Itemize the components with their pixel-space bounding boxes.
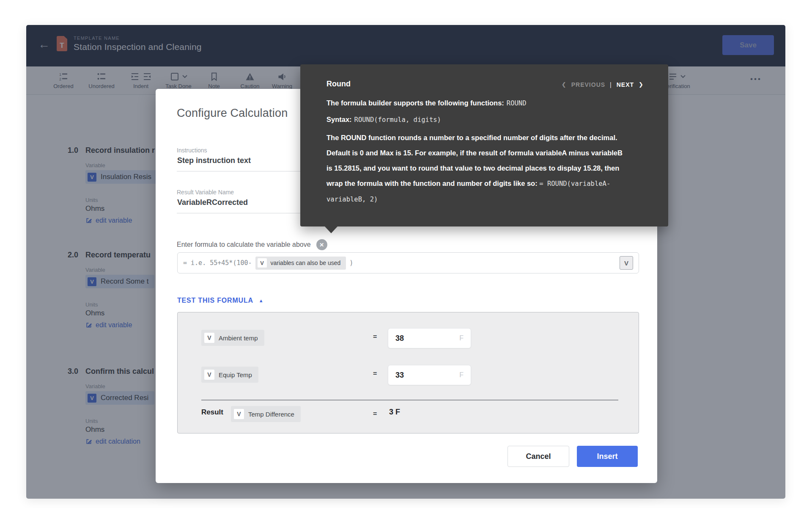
result-variable-label: Result Variable Name bbox=[177, 189, 234, 196]
result-variable-chip[interactable]: V Temp Difference bbox=[231, 406, 301, 422]
page: ← T TEMPLATE NAME Station Inspection and… bbox=[0, 0, 812, 508]
close-icon[interactable]: ✕ bbox=[316, 239, 327, 250]
formula-section-label: Enter formula to calculate the variable … bbox=[177, 239, 327, 250]
result-divider bbox=[201, 400, 618, 400]
insert-button[interactable]: Insert bbox=[577, 446, 638, 467]
chevron-right-icon[interactable]: ❯ bbox=[639, 81, 644, 88]
test-variable-chip[interactable]: V Ambient temp bbox=[201, 330, 264, 346]
next-button[interactable]: NEXT bbox=[617, 81, 634, 88]
variable-badge: V bbox=[234, 409, 244, 419]
previous-button[interactable]: PREVIOUS bbox=[571, 81, 605, 88]
cancel-button[interactable]: Cancel bbox=[508, 446, 569, 467]
equals-sign: = bbox=[373, 333, 377, 341]
tooltip-description: The ROUND function rounds a number to a … bbox=[326, 130, 625, 207]
formula-placeholder-prefix: = i.e. 55+45*(100- bbox=[183, 259, 252, 267]
test-value-input[interactable]: 33 F bbox=[388, 365, 471, 385]
unit-label: F bbox=[459, 334, 464, 342]
variable-badge: V bbox=[204, 370, 214, 380]
tooltip-title: Round bbox=[326, 80, 351, 88]
variable-badge: V bbox=[204, 333, 214, 343]
tooltip-syntax-line: Syntax:ROUND(formula, digits) bbox=[326, 114, 644, 125]
result-variable-input[interactable]: VariableRCorrected bbox=[177, 198, 248, 207]
test-value-input[interactable]: 38 F bbox=[388, 328, 471, 348]
formula-placeholder-suffix: ) bbox=[349, 259, 353, 267]
unit-label: F bbox=[459, 371, 464, 379]
equals-sign: = bbox=[373, 410, 377, 418]
formula-input[interactable]: = i.e. 55+45*(100- V variables can also … bbox=[177, 252, 639, 273]
test-this-formula-link[interactable]: TEST THIS FORMULA ▲ bbox=[177, 297, 264, 304]
collapse-triangle-icon: ▲ bbox=[259, 298, 264, 303]
nav-separator: | bbox=[610, 81, 612, 88]
test-formula-panel: V Ambient temp = 38 F V Equip Temp = 33 … bbox=[177, 312, 639, 433]
variable-badge: V bbox=[258, 258, 267, 268]
result-value: 3 F bbox=[389, 408, 400, 417]
test-variable-chip[interactable]: V Equip Temp bbox=[201, 367, 258, 383]
modal-title: Configure Calculation bbox=[177, 107, 288, 120]
tooltip-nav: ❮ PREVIOUS | NEXT ❯ bbox=[562, 81, 644, 88]
instructions-label: Instructions bbox=[177, 147, 207, 154]
result-label: Result bbox=[201, 408, 223, 417]
instructions-input[interactable]: Step instruction text bbox=[177, 156, 251, 165]
round-help-tooltip: Round ❮ PREVIOUS | NEXT ❯ The formula bu… bbox=[300, 64, 668, 226]
formula-variables-chip[interactable]: V variables can also be used bbox=[255, 257, 346, 270]
equals-sign: = bbox=[373, 370, 377, 378]
tooltip-functions-line: The formula builder supports the followi… bbox=[326, 98, 644, 109]
variable-picker-button[interactable]: V bbox=[620, 256, 633, 270]
chevron-left-icon[interactable]: ❮ bbox=[562, 81, 567, 88]
